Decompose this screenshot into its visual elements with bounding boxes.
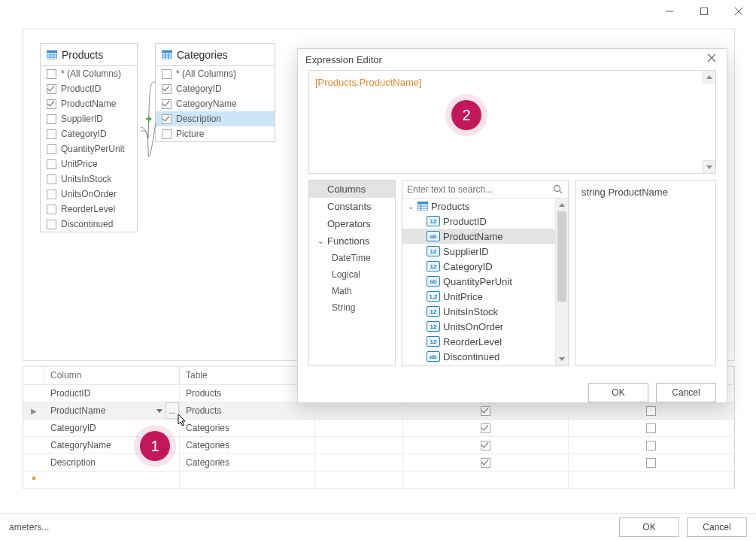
checkbox[interactable] bbox=[47, 144, 56, 154]
cell-column[interactable]: ProductID bbox=[44, 385, 180, 402]
ok-button[interactable]: OK bbox=[588, 383, 648, 402]
category-subitem[interactable]: Math bbox=[309, 283, 395, 299]
category-item[interactable]: Constants bbox=[309, 198, 395, 215]
search-icon[interactable] bbox=[553, 184, 563, 195]
category-subitem[interactable]: DateTime bbox=[309, 250, 395, 266]
table-card-header[interactable]: Products bbox=[41, 44, 137, 66]
tree-item[interactable]: ab ProductName bbox=[402, 229, 555, 244]
checkbox[interactable] bbox=[47, 190, 56, 199]
cell-table[interactable]: Categories bbox=[180, 420, 315, 436]
checkbox[interactable] bbox=[47, 84, 56, 94]
checkbox[interactable] bbox=[47, 114, 56, 124]
table-column-item[interactable]: ReorderLevel bbox=[41, 202, 137, 217]
close-icon[interactable] bbox=[707, 53, 719, 65]
table-column-item[interactable]: UnitPrice bbox=[41, 156, 137, 171]
table-column-item[interactable]: ProductID bbox=[41, 81, 137, 96]
tree-item[interactable]: 12 ReorderLevel bbox=[402, 334, 555, 349]
scrollbar[interactable] bbox=[555, 199, 568, 366]
checkbox[interactable] bbox=[47, 205, 56, 214]
checkbox[interactable] bbox=[162, 84, 172, 94]
table-row[interactable]: DescriptionCategories bbox=[23, 454, 734, 472]
expand-caret-icon[interactable]: ⌄ bbox=[317, 237, 324, 245]
checkbox[interactable] bbox=[646, 458, 656, 468]
cell-checkbox[interactable] bbox=[569, 402, 734, 419]
checkbox[interactable] bbox=[47, 99, 56, 109]
ok-button[interactable]: OK bbox=[619, 517, 679, 537]
checkbox[interactable] bbox=[162, 129, 172, 139]
tree-root[interactable]: ⌄Products bbox=[402, 199, 555, 214]
checkbox[interactable] bbox=[162, 114, 172, 124]
table-column-item[interactable]: UnitsOnOrder bbox=[41, 187, 137, 202]
close-button[interactable] bbox=[721, 0, 756, 23]
checkbox[interactable] bbox=[162, 69, 172, 79]
table-column-item[interactable]: * (All Columns) bbox=[156, 66, 275, 81]
cancel-button[interactable]: Cancel bbox=[656, 383, 716, 402]
cell-table[interactable]: Categories bbox=[180, 437, 315, 454]
cell-checkbox[interactable] bbox=[403, 420, 569, 436]
table-column-item[interactable]: CategoryID bbox=[41, 126, 137, 141]
category-subitem[interactable]: Logical bbox=[309, 266, 395, 283]
tree-item[interactable]: ab QuantityPerUnit bbox=[402, 274, 555, 289]
cancel-button[interactable]: Cancel bbox=[687, 517, 747, 537]
table-column-item[interactable]: * (All Columns) bbox=[41, 66, 137, 81]
scrollbar-thumb[interactable] bbox=[557, 211, 566, 302]
expression-editor-dialog[interactable]: Expression Editor [Products.ProductName]… bbox=[297, 48, 727, 403]
table-column-item[interactable]: Discontinued bbox=[41, 217, 137, 232]
minimize-button[interactable] bbox=[652, 0, 687, 23]
table-column-item[interactable]: Description bbox=[156, 111, 275, 126]
checkbox[interactable] bbox=[481, 441, 490, 451]
table-column-item[interactable]: Picture bbox=[156, 126, 275, 141]
search-box[interactable] bbox=[402, 181, 568, 199]
cell-table[interactable]: Products bbox=[180, 385, 315, 402]
expand-caret-icon[interactable]: ⌄ bbox=[407, 202, 414, 211]
table-card-categories[interactable]: Categories * (All Columns)CategoryIDCate… bbox=[155, 43, 275, 142]
table-row[interactable]: ▶ProductName...Products bbox=[23, 402, 734, 420]
table-column-item[interactable]: ProductName bbox=[41, 96, 137, 111]
cell-checkbox[interactable] bbox=[403, 454, 569, 471]
cell-checkbox[interactable] bbox=[569, 437, 734, 454]
dropdown-button[interactable] bbox=[153, 405, 165, 417]
cell-checkbox[interactable] bbox=[403, 402, 569, 419]
grid-header-column[interactable]: Column bbox=[44, 367, 180, 384]
checkbox[interactable] bbox=[481, 458, 490, 468]
grid-header-table[interactable]: Table bbox=[180, 367, 315, 384]
dialog-titlebar[interactable]: Expression Editor bbox=[298, 49, 727, 70]
cell-checkbox[interactable] bbox=[569, 420, 734, 436]
checkbox[interactable] bbox=[47, 159, 56, 169]
tree-item[interactable]: 12 SupplierID bbox=[402, 244, 555, 259]
table-column-item[interactable]: QuantityPerUnit bbox=[41, 141, 137, 156]
table-row[interactable]: CategoryIDCategories bbox=[23, 420, 734, 437]
checkbox[interactable] bbox=[646, 441, 656, 451]
tree-item[interactable]: 12 UnitsInStock bbox=[402, 304, 555, 319]
cell-table[interactable]: Products bbox=[180, 402, 315, 419]
tree-item[interactable]: ab Discontinued bbox=[402, 349, 555, 364]
category-panel[interactable]: Columns Constants Operators⌄FunctionsDat… bbox=[308, 180, 396, 366]
checkbox[interactable] bbox=[481, 406, 490, 416]
checkbox[interactable] bbox=[481, 423, 490, 433]
parameters-link[interactable]: ameters... bbox=[9, 522, 49, 532]
checkbox[interactable] bbox=[646, 423, 656, 433]
tree-item[interactable]: 12 ProductID bbox=[402, 214, 555, 229]
grid-new-row[interactable]: * bbox=[23, 472, 734, 489]
table-column-item[interactable]: CategoryName bbox=[156, 96, 275, 111]
table-column-item[interactable]: SupplierID+ bbox=[41, 111, 137, 126]
cell-column[interactable]: ProductName... bbox=[44, 402, 180, 419]
maximize-button[interactable] bbox=[687, 0, 721, 23]
checkbox[interactable] bbox=[646, 406, 656, 416]
checkbox[interactable] bbox=[47, 69, 56, 79]
table-card-products[interactable]: Products * (All Columns)ProductIDProduct… bbox=[40, 43, 138, 232]
table-column-item[interactable]: UnitsInStock bbox=[41, 171, 137, 187]
table-card-header[interactable]: Categories bbox=[156, 44, 275, 66]
search-input[interactable] bbox=[407, 184, 553, 195]
cell-checkbox[interactable] bbox=[403, 437, 569, 454]
scroll-down-button[interactable] bbox=[703, 160, 715, 173]
category-subitem[interactable]: String bbox=[309, 299, 395, 316]
columns-tree-panel[interactable]: ⌄Products12 ProductIDab ProductName12 Su… bbox=[402, 180, 569, 366]
scroll-down-button[interactable] bbox=[556, 353, 568, 366]
cell-table[interactable]: Categories bbox=[180, 454, 315, 471]
checkbox[interactable] bbox=[47, 220, 56, 229]
cell-checkbox[interactable] bbox=[569, 454, 734, 471]
tree-item[interactable]: 1,2 UnitPrice bbox=[402, 289, 555, 304]
table-column-item[interactable]: CategoryID bbox=[156, 81, 275, 96]
category-item[interactable]: Operators bbox=[309, 215, 395, 232]
